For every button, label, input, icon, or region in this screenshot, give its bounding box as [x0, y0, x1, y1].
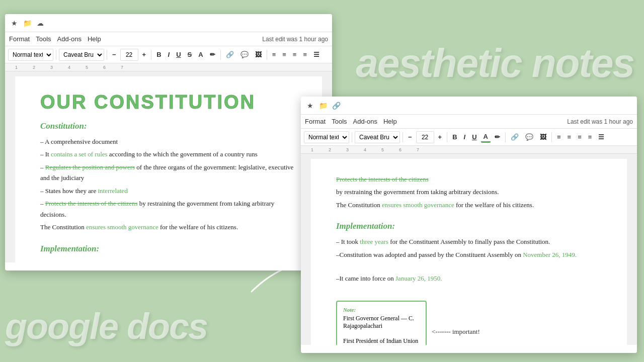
contains-rules-highlight: contains a set of rules — [51, 150, 108, 158]
line-3: – Regulates the position and powers of t… — [40, 162, 297, 184]
left-doc-window: ★ 📁 ☁ Format Tools Add-ons Help Last edi… — [5, 14, 332, 270]
note-line2: First President of Indian Union — Dr Raj… — [343, 337, 420, 345]
underline-btn-right[interactable]: U — [469, 132, 479, 142]
link-icon-right[interactable]: 🔗 — [331, 101, 341, 111]
january-date-highlight: January 26, 1950. — [395, 275, 442, 282]
left-menu-bar: Format Tools Add-ons Help Last edit was … — [5, 32, 332, 46]
list-btn-right[interactable]: ☰ — [596, 132, 607, 142]
right-doc-page: Protects the interests of the citizens b… — [311, 159, 627, 345]
right-arbitrary: by restraining the government from takin… — [336, 187, 602, 197]
text-color-btn-left[interactable]: A — [196, 50, 205, 59]
right-doc-window: ★ 📁 🔗 Format Tools Add-ons Help Last edi… — [301, 97, 637, 353]
link-btn-left[interactable]: 🔗 — [223, 50, 236, 59]
underline-btn-left[interactable]: U — [174, 50, 183, 59]
watermark-aesthetic-notes: aesthetic notes — [356, 40, 634, 86]
right-doc-content[interactable]: Protects the interests of the citizens b… — [301, 154, 637, 345]
align-left-btn-r[interactable]: ≡ — [554, 132, 564, 142]
last-edit-left: Last edit was 1 hour ago — [262, 36, 328, 43]
line-6: The Constitution ensures smooth governan… — [40, 222, 297, 232]
impl-line-3: –It came into force on January 26, 1950. — [336, 273, 602, 284]
font-select-left[interactable]: Caveat Bru... — [59, 49, 104, 61]
star-icon-right[interactable]: ★ — [305, 101, 315, 111]
highlight-btn-left[interactable]: ✏ — [207, 50, 218, 59]
comment-btn-left[interactable]: 💬 — [238, 50, 251, 59]
menu-format[interactable]: Format — [9, 35, 30, 43]
smooth-governance-highlight: ensures smooth governance — [86, 223, 158, 231]
november-date-highlight: November 26, 1949. — [523, 251, 577, 258]
menu-format-right[interactable]: Format — [305, 118, 326, 125]
menu-tools[interactable]: Tools — [36, 35, 51, 43]
star-icon[interactable]: ★ — [9, 18, 19, 28]
protects-strikethrough: Protects the interests of the citizens — [45, 200, 138, 207]
font-size-plus-left[interactable]: + — [140, 50, 149, 59]
right-toolbar-icons: ★ 📁 🔗 — [305, 101, 341, 111]
right-top-lines: Protects the interests of the citizens b… — [336, 174, 602, 210]
strikethrough-btn-left[interactable]: S — [185, 50, 195, 59]
style-select-right[interactable]: Normal text — [304, 131, 349, 143]
three-years-highlight: three years — [360, 238, 388, 245]
image-btn-right[interactable]: 🖼 — [537, 132, 549, 142]
important-arrow: <------- important! — [432, 328, 480, 336]
note-line1: First Governor General — C. Rajagopalach… — [343, 315, 420, 330]
folder-icon-right[interactable]: 📁 — [318, 101, 328, 111]
font-size-input-right[interactable] — [416, 131, 434, 143]
menu-help-right[interactable]: Help — [383, 118, 397, 125]
watermark-google-docs: google docs — [5, 306, 207, 347]
right-menu-bar: Format Tools Add-ons Help Last edit was … — [301, 115, 637, 129]
align-justify-btn[interactable]: ≡ — [300, 50, 309, 59]
font-size-plus-right[interactable]: + — [436, 132, 445, 142]
implementation-heading-left: Implementation: — [40, 244, 297, 254]
font-size-input-left[interactable] — [120, 49, 138, 61]
sep1 — [56, 50, 56, 60]
menu-tools-right[interactable]: Tools — [332, 118, 347, 125]
menu-help[interactable]: Help — [88, 35, 101, 43]
sep4 — [220, 50, 221, 60]
ruler-content-left: 1234567 — [5, 63, 332, 71]
sep-r2 — [403, 132, 403, 142]
line-1: – A comprehensive document — [40, 136, 297, 147]
text-color-btn-right[interactable]: A — [481, 132, 491, 143]
align-left-btn[interactable]: ≡ — [270, 50, 279, 59]
ruler-content-right: 1234567 — [301, 146, 637, 153]
right-ruler: 1234567 — [301, 146, 637, 154]
font-size-minus-left[interactable]: − — [110, 50, 119, 59]
sep2 — [107, 50, 107, 60]
align-center-btn-r[interactable]: ≡ — [565, 132, 574, 142]
implementation-heading-right: Implementation: — [336, 221, 602, 231]
align-right-btn-r[interactable]: ≡ — [575, 132, 584, 142]
left-doc-content[interactable]: OUR CONSTITUTION Constitution: – A compr… — [5, 71, 332, 262]
left-toolbar-icons: ★ 📁 ☁ — [9, 18, 45, 28]
comment-btn-right[interactable]: 💬 — [523, 132, 536, 142]
font-select-right[interactable]: Caveat Bru... — [355, 131, 400, 143]
right-top-toolbar: ★ 📁 🔗 — [301, 97, 637, 115]
bold-btn-left[interactable]: B — [154, 50, 164, 59]
align-justify-btn-r[interactable]: ≡ — [586, 132, 595, 142]
menu-addons-right[interactable]: Add-ons — [353, 118, 377, 125]
left-format-bar: Normal text Caveat Bru... − + B I U S A … — [5, 46, 332, 63]
image-btn-left[interactable]: 🖼 — [253, 50, 264, 59]
cloud-icon[interactable]: ☁ — [35, 18, 45, 28]
implementation-body: – It took three years for the Constituen… — [336, 236, 602, 284]
list-btn-left[interactable]: ☰ — [311, 50, 322, 59]
line-5: – Protects the interests of the citizens… — [40, 198, 297, 220]
folder-icon[interactable]: 📁 — [22, 18, 32, 28]
italic-btn-right[interactable]: I — [461, 132, 468, 142]
link-btn-right[interactable]: 🔗 — [508, 132, 521, 142]
style-select-left[interactable]: Normal text — [8, 49, 53, 61]
constitution-title: OUR CONSTITUTION — [40, 92, 297, 113]
regulates-strikethrough: Regulates the position and powers — [45, 163, 135, 171]
left-top-toolbar: ★ 📁 ☁ — [5, 14, 332, 32]
important-container: <------- important! — [432, 295, 480, 336]
menu-addons[interactable]: Add-ons — [57, 35, 82, 43]
bold-btn-right[interactable]: B — [450, 132, 459, 142]
align-right-btn[interactable]: ≡ — [290, 50, 299, 59]
highlight-btn-right[interactable]: ✏ — [492, 132, 503, 142]
smooth-gov-right: ensures smooth governance — [382, 201, 454, 209]
italic-btn-left[interactable]: I — [166, 50, 173, 59]
line-4: – States how they are interrelated — [40, 186, 297, 196]
last-edit-right: Last edit was 1 hour ago — [567, 118, 633, 125]
line-2: – It contains a set of rules according t… — [40, 149, 297, 159]
font-size-minus-right[interactable]: − — [406, 132, 415, 142]
sep-r1 — [352, 132, 352, 142]
align-center-btn[interactable]: ≡ — [280, 50, 289, 59]
